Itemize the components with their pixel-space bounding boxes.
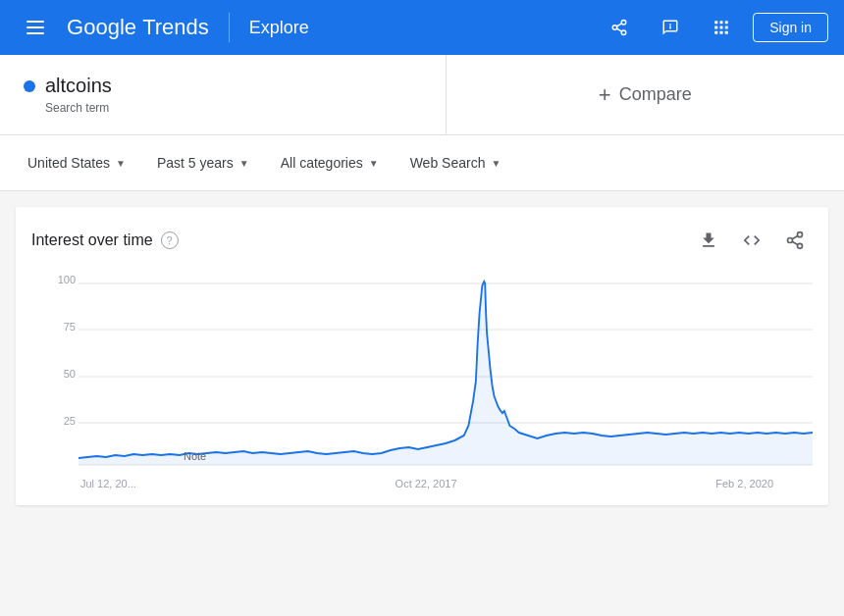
card-title: Interest over time xyxy=(31,231,153,249)
svg-rect-10 xyxy=(714,21,717,24)
svg-line-6 xyxy=(617,28,622,31)
app-header: Google Trends Explore xyxy=(0,0,844,55)
sign-in-button[interactable]: Sign in xyxy=(753,13,828,42)
main-content: Interest over time ? xyxy=(0,191,844,521)
svg-rect-0 xyxy=(26,21,44,23)
svg-rect-17 xyxy=(720,31,723,34)
svg-point-5 xyxy=(621,30,626,35)
category-label: All categories xyxy=(281,155,363,171)
download-button[interactable] xyxy=(691,223,726,258)
apps-button[interactable] xyxy=(702,8,741,47)
interest-over-time-card: Interest over time ? xyxy=(16,207,828,505)
svg-rect-1 xyxy=(26,26,44,28)
search-term-box: altcoins Search term xyxy=(0,55,447,134)
card-header: Interest over time ? xyxy=(31,223,813,258)
svg-rect-16 xyxy=(714,31,717,34)
svg-marker-29 xyxy=(79,282,813,465)
x-label-mid: Oct 22, 2017 xyxy=(396,478,457,489)
location-filter[interactable]: United States ▼ xyxy=(16,149,137,177)
svg-point-19 xyxy=(798,232,803,237)
menu-button[interactable] xyxy=(16,8,55,47)
card-title-area: Interest over time ? xyxy=(31,231,179,249)
svg-rect-8 xyxy=(669,24,671,26)
share-button[interactable] xyxy=(600,8,639,47)
search-term-type: Search term xyxy=(45,101,422,115)
svg-rect-2 xyxy=(26,32,44,34)
help-icon[interactable]: ? xyxy=(161,231,179,249)
search-type-dropdown-icon: ▼ xyxy=(491,158,501,169)
search-term-value: altcoins xyxy=(45,75,112,97)
y-label-100: 100 xyxy=(31,274,76,285)
term-color-dot xyxy=(24,80,35,92)
header-divider xyxy=(229,13,230,42)
share-chart-button[interactable] xyxy=(777,223,813,258)
x-label-end: Feb 2, 2020 xyxy=(715,478,773,489)
filters-row: United States ▼ Past 5 years ▼ All categ… xyxy=(0,135,844,190)
feedback-button[interactable] xyxy=(651,8,690,47)
svg-point-3 xyxy=(621,21,626,26)
svg-line-23 xyxy=(792,235,798,238)
location-dropdown-icon: ▼ xyxy=(116,158,126,169)
search-type-filter[interactable]: Web Search ▼ xyxy=(398,149,513,177)
svg-rect-15 xyxy=(725,26,728,29)
y-label-25: 25 xyxy=(31,415,76,427)
category-dropdown-icon: ▼ xyxy=(369,158,379,169)
search-type-label: Web Search xyxy=(410,155,486,171)
search-term-indicator: altcoins xyxy=(24,75,422,97)
search-area: altcoins Search term + Compare United St… xyxy=(0,55,844,191)
compare-box[interactable]: + Compare xyxy=(447,55,845,134)
app-logo: Google Trends xyxy=(67,15,209,40)
explore-label: Explore xyxy=(249,18,309,38)
chart-svg xyxy=(79,274,813,470)
svg-rect-13 xyxy=(714,26,717,29)
svg-point-21 xyxy=(798,243,803,248)
chart-container: 100 75 50 25 Note xyxy=(31,274,813,489)
svg-rect-14 xyxy=(720,26,723,29)
y-label-50: 50 xyxy=(31,368,76,380)
time-range-dropdown-icon: ▼ xyxy=(239,158,249,169)
y-axis-labels: 100 75 50 25 xyxy=(31,274,76,470)
svg-point-4 xyxy=(612,26,617,30)
svg-line-22 xyxy=(792,241,798,244)
category-filter[interactable]: All categories ▼ xyxy=(269,149,391,177)
chart-note-label: Note xyxy=(184,450,206,462)
y-label-75: 75 xyxy=(31,321,76,333)
svg-line-7 xyxy=(617,24,622,26)
location-label: United States xyxy=(27,155,110,171)
svg-rect-11 xyxy=(720,21,723,24)
time-range-label: Past 5 years xyxy=(157,155,234,171)
search-row: altcoins Search term + Compare xyxy=(0,55,844,135)
time-range-filter[interactable]: Past 5 years ▼ xyxy=(145,149,261,177)
svg-rect-9 xyxy=(669,26,671,29)
svg-point-20 xyxy=(788,238,793,243)
svg-rect-18 xyxy=(725,31,728,34)
compare-plus-icon: + xyxy=(599,82,611,108)
svg-rect-12 xyxy=(725,21,728,24)
x-label-start: Jul 12, 20... xyxy=(80,478,136,489)
embed-button[interactable] xyxy=(734,223,769,258)
card-actions xyxy=(691,223,813,258)
x-axis-labels: Jul 12, 20... Oct 22, 2017 Feb 2, 2020 xyxy=(31,474,813,489)
compare-label: Compare xyxy=(619,84,692,105)
